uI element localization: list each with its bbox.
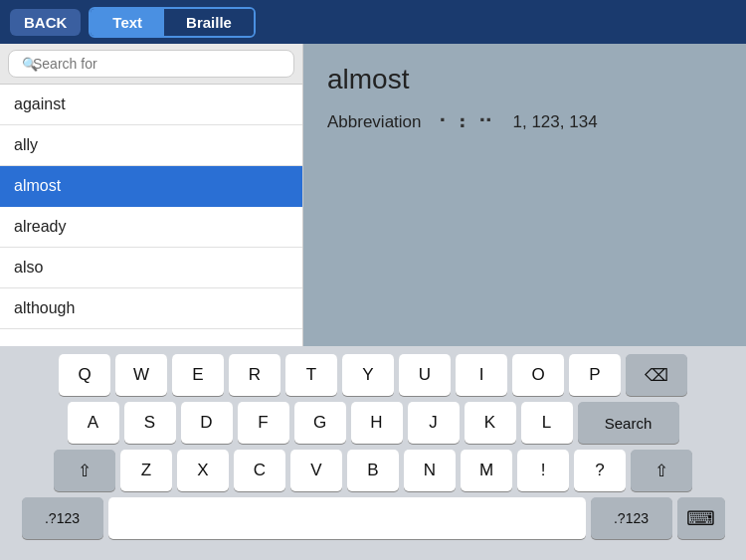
key-row-2: A S D F G H J K L Search — [4, 402, 742, 444]
key-m[interactable]: M — [461, 450, 512, 491]
key-s[interactable]: S — [124, 402, 176, 444]
key-p[interactable]: P — [569, 354, 621, 396]
key-t[interactable]: T — [285, 354, 337, 396]
back-button[interactable]: BACK — [10, 9, 81, 36]
key-w[interactable]: W — [115, 354, 167, 396]
key-i[interactable]: I — [456, 354, 507, 396]
key-j[interactable]: J — [408, 402, 460, 444]
key-n[interactable]: N — [404, 450, 456, 491]
key-z[interactable]: Z — [120, 450, 172, 491]
key-q[interactable]: Q — [59, 354, 110, 396]
key-g[interactable]: G — [294, 402, 346, 444]
key-o[interactable]: O — [512, 354, 564, 396]
list-item[interactable]: almost — [0, 166, 302, 207]
key-l[interactable]: L — [521, 402, 573, 444]
key-exclaim[interactable]: ! — [517, 450, 569, 491]
braille-dots: ⠂⠆⠒ — [438, 109, 497, 135]
key-h[interactable]: H — [351, 402, 403, 444]
tab-text[interactable]: Text — [91, 9, 164, 36]
list-item[interactable]: already — [0, 207, 302, 248]
tab-braille[interactable]: Braille — [164, 9, 254, 36]
key-c[interactable]: C — [234, 450, 285, 491]
search-input-wrap: 🔍 — [8, 50, 294, 78]
key-b[interactable]: B — [347, 450, 399, 491]
key-row-4: .?123 .?123 ⌨ — [4, 497, 742, 539]
key-space[interactable] — [108, 497, 586, 539]
keyboard-dismiss-button[interactable]: ⌨ — [677, 497, 725, 539]
grade-numbers: 1, 123, 134 — [513, 112, 598, 132]
list-item[interactable]: also — [0, 248, 302, 288]
key-shift-left[interactable]: ⇧ — [54, 450, 115, 491]
search-box-wrap: 🔍 — [0, 44, 302, 85]
key-f[interactable]: F — [238, 402, 289, 444]
left-panel: 🔍 against ally almost already also altho… — [0, 44, 303, 346]
abbreviation-label: Abbreviation — [327, 112, 422, 132]
key-shift-right[interactable]: ⇧ — [631, 450, 692, 491]
key-e[interactable]: E — [172, 354, 224, 396]
key-y[interactable]: Y — [342, 354, 394, 396]
key-numbers-left[interactable]: .?123 — [22, 497, 103, 539]
list-item[interactable]: against — [0, 85, 302, 125]
key-v[interactable]: V — [290, 450, 342, 491]
word-list: against ally almost already also althoug… — [0, 85, 302, 346]
search-input[interactable] — [8, 50, 294, 78]
key-r[interactable]: R — [229, 354, 280, 396]
definition-row: Abbreviation ⠂⠆⠒ 1, 123, 134 — [327, 109, 722, 135]
list-item[interactable]: although — [0, 288, 302, 329]
search-button[interactable]: Search — [578, 402, 679, 444]
main-area: 🔍 against ally almost already also altho… — [0, 44, 746, 346]
key-a[interactable]: A — [68, 402, 119, 444]
key-numbers-right[interactable]: .?123 — [591, 497, 672, 539]
key-u[interactable]: U — [399, 354, 451, 396]
right-panel: almost Abbreviation ⠂⠆⠒ 1, 123, 134 — [303, 44, 746, 346]
key-row-3: ⇧ Z X C V B N M ! ? ⇧ — [4, 450, 742, 491]
nav-bar: BACK Text Braille — [0, 0, 746, 44]
keyboard: Q W E R T Y U I O P ⌫ A S D F G H J K L … — [0, 346, 746, 560]
key-d[interactable]: D — [181, 402, 233, 444]
key-k[interactable]: K — [465, 402, 516, 444]
tab-group: Text Braille — [89, 7, 256, 38]
key-question[interactable]: ? — [574, 450, 626, 491]
key-row-1: Q W E R T Y U I O P ⌫ — [4, 354, 742, 396]
key-x[interactable]: X — [177, 450, 229, 491]
definition-word: almost — [327, 64, 722, 95]
key-backspace[interactable]: ⌫ — [626, 354, 687, 396]
list-item[interactable]: ally — [0, 125, 302, 166]
